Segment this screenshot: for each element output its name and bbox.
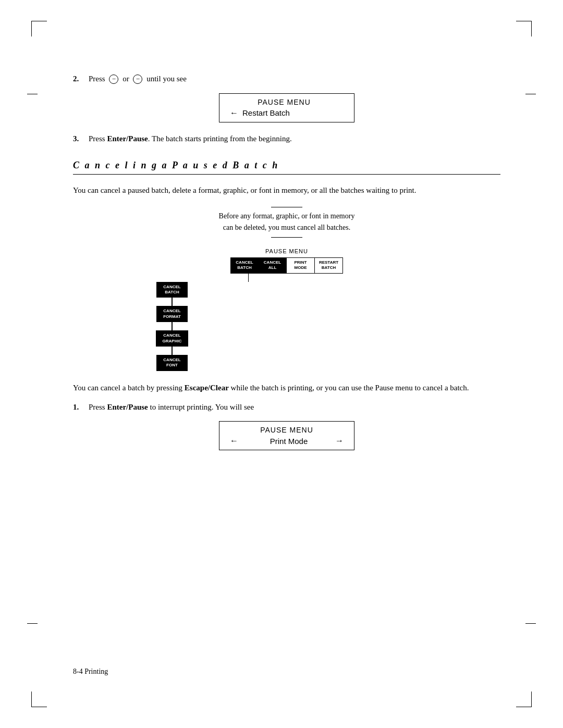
step-2-text: Press − or − until you see: [89, 73, 500, 85]
diagram-top-label: PAUSE MENU: [156, 248, 417, 254]
step-1-line: 1. Press Enter/Pause to interrupt printi…: [73, 401, 500, 413]
diagram-box-cancel-format: CANCELFORMAT: [156, 306, 188, 322]
note-line-top: [271, 207, 302, 207]
diagram-box-cancel-batch-col: CANCELBATCH: [156, 282, 188, 298]
pause-menu-item-2: ← Print Mode →: [230, 436, 344, 446]
diagram-box-print-mode: PRINTMODE: [287, 257, 315, 274]
v-line-1: [248, 274, 249, 282]
step-1-text: Press Enter/Pause to interrupt printing.…: [89, 401, 500, 413]
v-line-2: [172, 298, 173, 306]
arrow-left-2: ←: [230, 436, 238, 446]
footer-text: 8-4 Printing: [73, 668, 108, 676]
arrow-left-1: ←: [230, 108, 238, 118]
note-text: Before any format, graphic, or font in m…: [137, 211, 436, 234]
escape-clear-bold: Escape/Clear: [185, 384, 229, 392]
until-text: until you see: [146, 75, 187, 83]
pause-menu-item-1: ← Restart Batch: [230, 108, 338, 118]
page: 2. Press − or − until you see PAUSE MENU…: [0, 0, 563, 728]
step-3-bold: Enter/Pause: [107, 134, 148, 143]
step-2-number: 2.: [73, 73, 89, 85]
diagram-area: PAUSE MENU CANCELBATCH CANCELALL PRINTMO…: [156, 248, 417, 371]
diagram-box-restart-batch: RESTARTBATCH: [315, 257, 343, 274]
arrow-right-2: →: [335, 436, 344, 446]
note-line-2: can be deleted, you must cancel all batc…: [223, 224, 351, 231]
body-text-2: You can cancel a batch by pressing Escap…: [73, 381, 500, 394]
step-1-bold: Enter/Pause: [107, 403, 148, 411]
section-heading: C a n c e l i n g a P a u s e d B a t c …: [73, 160, 500, 175]
pause-menu-box-1: PAUSE MENU ← Restart Batch: [219, 93, 354, 122]
step-2-line: 2. Press − or − until you see: [73, 73, 500, 85]
pause-menu-title-2: PAUSE MENU: [230, 426, 344, 434]
content-area: 2. Press − or − until you see PAUSE MENU…: [73, 73, 500, 450]
note-box: Before any format, graphic, or font in m…: [137, 207, 436, 238]
diagram-box-cancel-font: CANCELFONT: [156, 355, 188, 371]
diagram-box-cancel-all: CANCELALL: [259, 257, 287, 274]
pause-menu-title-1: PAUSE MENU: [230, 98, 338, 106]
pause-menu-box-2: PAUSE MENU ← Print Mode →: [219, 421, 354, 450]
step-3-number: 3.: [73, 133, 89, 145]
or-text: or: [123, 75, 131, 83]
note-line-1: Before any format, graphic, or font in m…: [219, 212, 355, 220]
note-line-bottom: [271, 237, 302, 238]
body-text-1: You can cancel a paused batch, delete a …: [73, 184, 500, 196]
symbol-minus-1: −: [109, 75, 118, 84]
step-3-text: Press Enter/Pause. The batch starts prin…: [89, 133, 500, 145]
symbol-minus-2: −: [133, 75, 142, 84]
step-1-number: 1.: [73, 401, 89, 413]
v-line-3: [172, 322, 173, 330]
diagram-box-cancel-graphic: CANCELGRAPHIC: [156, 330, 188, 347]
step-3-line: 3. Press Enter/Pause. The batch starts p…: [73, 133, 500, 145]
v-line-4: [172, 347, 173, 355]
pause-menu-restart-batch: Restart Batch: [242, 108, 290, 117]
diagram-box-cancel-batch-top: CANCELBATCH: [230, 257, 259, 274]
pause-menu-print-mode: Print Mode: [270, 437, 308, 446]
